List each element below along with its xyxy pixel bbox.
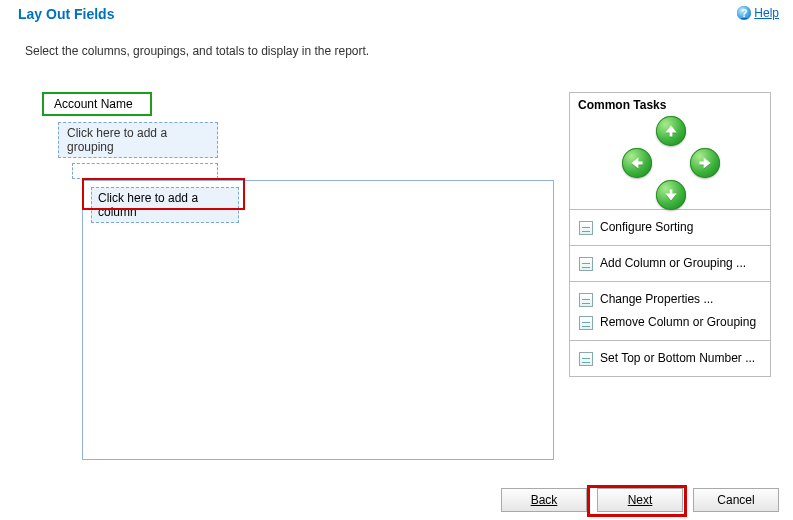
add-column-placeholder[interactable]: Click here to add a column xyxy=(91,187,239,223)
move-arrows-pad xyxy=(570,116,770,210)
task-set-top-bottom[interactable]: Set Top or Bottom Number ... xyxy=(570,347,770,370)
help-link[interactable]: ? Help xyxy=(737,6,779,20)
add-column-icon xyxy=(578,256,594,272)
wizard-button-bar: Back Next Cancel xyxy=(0,482,793,520)
instruction-text: Select the columns, groupings, and total… xyxy=(0,22,793,58)
field-account-name[interactable]: Account Name xyxy=(42,92,152,116)
arrow-left-icon xyxy=(630,156,644,170)
task-change-properties[interactable]: Change Properties ... xyxy=(570,288,770,311)
move-up-button[interactable] xyxy=(656,116,686,146)
cancel-button[interactable]: Cancel xyxy=(693,488,779,512)
remove-column-icon xyxy=(578,315,594,331)
next-button[interactable]: Next xyxy=(597,488,683,512)
empty-grouping-slot[interactable] xyxy=(72,163,218,179)
sort-icon xyxy=(578,220,594,236)
task-label: Remove Column or Grouping xyxy=(600,314,756,330)
help-icon: ? xyxy=(737,6,751,20)
arrow-right-icon xyxy=(698,156,712,170)
arrow-down-icon xyxy=(664,188,678,202)
arrow-up-icon xyxy=(664,124,678,138)
task-label: Add Column or Grouping ... xyxy=(600,255,746,271)
properties-icon xyxy=(578,292,594,308)
task-label: Change Properties ... xyxy=(600,291,713,307)
task-add-column-grouping[interactable]: Add Column or Grouping ... xyxy=(570,252,770,275)
task-label: Set Top or Bottom Number ... xyxy=(600,350,755,366)
move-down-button[interactable] xyxy=(656,180,686,210)
field-layout-area: Account Name Click here to add a groupin… xyxy=(42,92,552,179)
move-left-button[interactable] xyxy=(622,148,652,178)
help-label: Help xyxy=(754,6,779,20)
page-title: Lay Out Fields xyxy=(18,6,114,22)
add-grouping-placeholder[interactable]: Click here to add a grouping xyxy=(58,122,218,158)
columns-canvas[interactable]: Click here to add a column xyxy=(82,180,554,460)
top-bottom-icon xyxy=(578,351,594,367)
common-tasks-title: Common Tasks xyxy=(570,93,770,116)
common-tasks-panel: Common Tasks Configure Sorting Add Colum… xyxy=(569,92,771,377)
back-button[interactable]: Back xyxy=(501,488,587,512)
task-configure-sorting[interactable]: Configure Sorting xyxy=(570,216,770,239)
task-remove-column-grouping[interactable]: Remove Column or Grouping xyxy=(570,311,770,334)
move-right-button[interactable] xyxy=(690,148,720,178)
task-label: Configure Sorting xyxy=(600,219,693,235)
